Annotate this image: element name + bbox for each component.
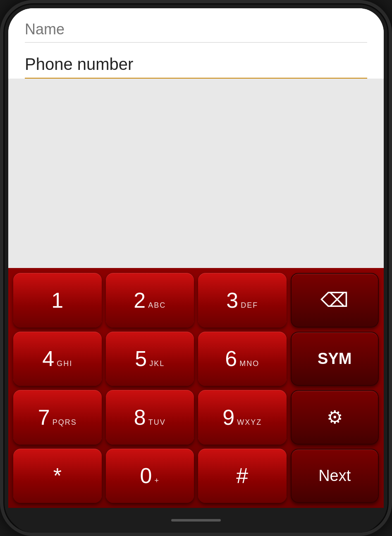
key-8[interactable]: 8TUV <box>106 390 194 445</box>
next-label: Next <box>318 467 351 485</box>
key-sub-letters: + <box>154 476 160 485</box>
key-0[interactable]: 0+ <box>106 449 194 503</box>
key-4[interactable]: 4GHI <box>13 332 102 386</box>
backspace-icon: ⌫ <box>320 290 349 310</box>
key-digit: 6 <box>225 348 237 369</box>
key-sym[interactable]: SYM <box>291 332 379 386</box>
key-sub-letters: DEF <box>241 301 258 310</box>
key-sub-letters: TUV <box>148 418 166 427</box>
key-hash[interactable]: # <box>198 449 287 503</box>
key-settings[interactable]: ⚙ <box>291 390 379 445</box>
key-next[interactable]: Next <box>291 449 379 503</box>
key-sub-letters: GHI <box>57 359 72 368</box>
key-6[interactable]: 6MNO <box>198 332 287 386</box>
key-9[interactable]: 9WXYZ <box>198 390 287 445</box>
key-digit: * <box>53 465 62 486</box>
key-sub-letters: ABC <box>148 301 166 310</box>
home-bar <box>8 508 384 533</box>
key-digit: 4 <box>42 348 54 369</box>
key-sub-letters: JKL <box>149 359 165 368</box>
phone-field-container: Phone number <box>25 55 367 79</box>
key-digit: 5 <box>135 348 147 369</box>
name-field-container <box>25 21 367 43</box>
home-indicator <box>171 519 221 522</box>
key-backspace[interactable]: ⌫ <box>291 273 379 328</box>
key-sub-letters: WXYZ <box>237 418 262 427</box>
key-sub-letters: PQRS <box>53 418 77 427</box>
key-digit: # <box>236 465 248 486</box>
key-digit: 9 <box>222 407 234 428</box>
key-digit: 0 <box>140 465 152 486</box>
key-digit: 1 <box>51 290 63 311</box>
key-sub-letters: MNO <box>239 359 259 368</box>
key-1[interactable]: 1 <box>13 273 102 328</box>
key-digit: 8 <box>134 407 146 428</box>
key-5[interactable]: 5JKL <box>106 332 194 386</box>
key-2[interactable]: 2ABC <box>106 273 194 328</box>
input-area: Phone number <box>8 8 384 79</box>
name-input[interactable] <box>25 21 367 38</box>
key-7[interactable]: 7PQRS <box>13 390 102 445</box>
keyboard: 12ABC3DEF⌫4GHI5JKL6MNOSYM7PQRS8TUV9WXYZ⚙… <box>8 268 384 508</box>
gear-icon: ⚙ <box>327 407 343 428</box>
phone-frame: Phone number 12ABC3DEF⌫4GHI5JKL6MNOSYM7P… <box>0 0 392 536</box>
key-digit: 2 <box>134 290 146 311</box>
phone-number-label: Phone number <box>25 55 367 74</box>
screen: Phone number 12ABC3DEF⌫4GHI5JKL6MNOSYM7P… <box>8 8 384 508</box>
sym-label: SYM <box>318 350 351 368</box>
key-star[interactable]: * <box>13 449 102 503</box>
key-digit: 3 <box>226 290 238 311</box>
spacer-area <box>8 79 384 268</box>
key-3[interactable]: 3DEF <box>198 273 287 328</box>
key-digit: 7 <box>38 407 50 428</box>
